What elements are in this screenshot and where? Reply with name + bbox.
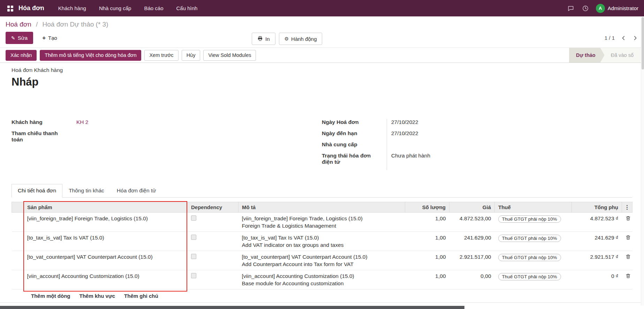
description-line1: [viin_foreign_trade] Foreign Trade, Logi…	[242, 215, 402, 222]
status-widget: Dự thảo Đã vào sổ	[569, 48, 641, 62]
dependency-checkbox[interactable]	[191, 254, 196, 259]
tab-other-info[interactable]: Thông tin khác	[62, 184, 111, 198]
field-groups: Khách hàng KH 2 Tham chiếu thanh toán Ng…	[12, 119, 632, 170]
delete-cell	[622, 232, 632, 251]
invoice-line-row[interactable]: [viin_foreign_trade] Foreign Trade, Logi…	[12, 213, 632, 232]
action-button[interactable]: ⚙ Hành động	[279, 32, 323, 45]
print-button[interactable]: In	[252, 32, 275, 45]
gear-icon: ⚙	[285, 36, 289, 41]
header-handle	[12, 202, 24, 213]
quantity-cell: 1,00	[405, 232, 449, 251]
header-product[interactable]: Sản phẩm	[24, 202, 188, 213]
row-handle	[12, 251, 24, 270]
apps-grid-icon[interactable]	[6, 4, 15, 13]
invoice-line-row[interactable]: [to_vat_counterpart] VAT Counterpart Acc…	[12, 251, 632, 270]
vertical-scrollbar[interactable]	[641, 16, 644, 306]
header-price[interactable]: Giá	[449, 202, 495, 213]
breadcrumb-separator: /	[36, 21, 38, 28]
control-panel-left: ✎ Sửa + Tạo	[6, 32, 63, 44]
supplier-value	[387, 141, 632, 153]
header-subtotal[interactable]: Tổng phụ	[572, 202, 622, 213]
add-note-link[interactable]: Thêm ghi chú	[124, 293, 158, 299]
delete-cell	[622, 251, 632, 270]
nav-nha-cung-cap[interactable]: Nhà cung cấp	[99, 5, 131, 11]
description-line2: Foreign Trade & Logistics Management	[242, 223, 402, 229]
breadcrumb-current: Hoá đơn Dự thảo (* 3)	[43, 21, 108, 28]
pencil-icon: ✎	[11, 36, 15, 41]
tax-tag: Thuế GTGT phải nộp 10%	[498, 215, 561, 223]
edit-button[interactable]: ✎ Sửa	[6, 32, 33, 44]
optional-columns-icon[interactable]: ⋮	[622, 202, 632, 213]
due-date-value: 27/10/2022	[387, 130, 632, 141]
form-sheet: Hoá đơn Khách hàng Nháp Khách hàng KH 2 …	[0, 63, 644, 302]
trash-icon[interactable]	[626, 273, 631, 279]
vertical-scrollbar-thumb[interactable]	[642, 17, 644, 69]
quantity-cell: 1,00	[405, 270, 449, 289]
app-name[interactable]: Hóa đơn	[18, 5, 44, 12]
nav-khach-hang[interactable]: Khách hàng	[58, 5, 86, 11]
delete-cell	[622, 213, 632, 232]
preview-button[interactable]: Xem trước	[144, 50, 178, 61]
trash-icon[interactable]	[626, 254, 631, 259]
row-handle	[12, 270, 24, 289]
add-line-link[interactable]: Thêm một dòng	[31, 293, 70, 299]
currency-symbol: ₫	[616, 273, 619, 279]
breadcrumb-parent-link[interactable]: Hoá đơn	[6, 21, 31, 28]
tab-invoice-details[interactable]: Chi tiết hoá đơn	[12, 184, 62, 198]
subtotal-cell: 0₫	[572, 270, 622, 289]
pager-previous-icon[interactable]	[620, 35, 627, 41]
currency-symbol: ₫	[616, 254, 619, 260]
customer-link[interactable]: KH 2	[76, 119, 88, 125]
nav-bao-cao[interactable]: Báo cáo	[144, 5, 163, 11]
pager-next-icon[interactable]	[632, 35, 638, 41]
user-menu[interactable]: A Administrator	[596, 4, 638, 13]
dependency-checkbox[interactable]	[191, 273, 196, 278]
dependency-checkbox[interactable]	[191, 215, 196, 221]
supplier-label: Nhà cung cấp	[322, 141, 387, 153]
header-description[interactable]: Mô tả	[238, 202, 405, 213]
view-sold-modules-button[interactable]: View Sold Modules	[203, 50, 256, 61]
add-section-link[interactable]: Thêm khu vực	[79, 293, 115, 299]
description-line1: [to_vat_counterpart] VAT Counterpart Acc…	[242, 254, 402, 260]
quantity-cell: 1,00	[405, 251, 449, 270]
invoice-line-row[interactable]: [viin_account] Accounting Customization …	[12, 270, 632, 289]
description-line1: [to_tax_is_vat] Tax Is VAT (15.0)	[242, 235, 402, 241]
einvoice-status-value: Chưa phát hành	[387, 153, 632, 170]
add-vietnamese-description-button[interactable]: Thêm mô tả tiếng Việt cho dòng hóa đơn	[40, 50, 141, 61]
trash-icon[interactable]	[626, 215, 631, 221]
nav-cau-hinh[interactable]: Cấu hình	[176, 5, 198, 11]
customer-value: KH 2	[76, 119, 322, 130]
invoice-line-row[interactable]: [to_tax_is_vat] Tax Is VAT (15.0) [to_ta…	[12, 232, 632, 251]
subtotal-amount: 0	[611, 273, 614, 279]
subtotal-cell: 4.872.523₫	[572, 213, 622, 232]
create-button[interactable]: + Tạo	[37, 32, 63, 44]
header-tax[interactable]: Thuế	[495, 202, 572, 213]
confirm-button[interactable]: Xác nhận	[6, 50, 37, 61]
state-draft[interactable]: Dự thảo	[569, 48, 605, 62]
tax-tag: Thuế GTGT phải nộp 10%	[498, 273, 561, 280]
horizontal-scrollbar-thumb[interactable]	[0, 306, 464, 309]
create-button-label: Tạo	[48, 35, 57, 41]
einvoice-status-label: Trạng thái hóa đơn điện tử	[322, 153, 387, 170]
top-navbar: Hóa đơn Khách hàng Nhà cung cấp Báo cáo …	[0, 0, 644, 16]
subtotal-amount: 4.872.523	[590, 215, 614, 221]
activities-clock-icon[interactable]	[581, 4, 590, 13]
subtotal-cell: 241.629₫	[572, 232, 622, 251]
horizontal-scrollbar[interactable]	[0, 306, 644, 309]
tab-einvoice[interactable]: Hóa đơn điện tử	[111, 184, 162, 198]
dependency-checkbox[interactable]	[191, 235, 196, 240]
dependency-cell	[188, 232, 238, 251]
messages-icon[interactable]	[567, 4, 575, 13]
cancel-button[interactable]: Hủy	[182, 50, 200, 61]
currency-symbol: ₫	[616, 235, 619, 241]
invoice-lines-table-wrap: Sản phẩm Dependency Mô tả Số lượng Giá T…	[12, 202, 632, 289]
price-cell: 0,00	[449, 270, 495, 289]
header-quantity[interactable]: Số lượng	[405, 202, 449, 213]
print-button-label: In	[265, 36, 270, 42]
state-posted[interactable]: Đã vào sổ	[600, 48, 641, 62]
trash-icon[interactable]	[626, 235, 631, 240]
payment-ref-label: Tham chiếu thanh toán	[12, 130, 76, 148]
quantity-cell: 1,00	[405, 213, 449, 232]
statusbar: Xác nhận Thêm mô tả tiếng Việt cho dòng …	[0, 47, 644, 63]
header-dependency[interactable]: Dependency	[188, 202, 238, 213]
